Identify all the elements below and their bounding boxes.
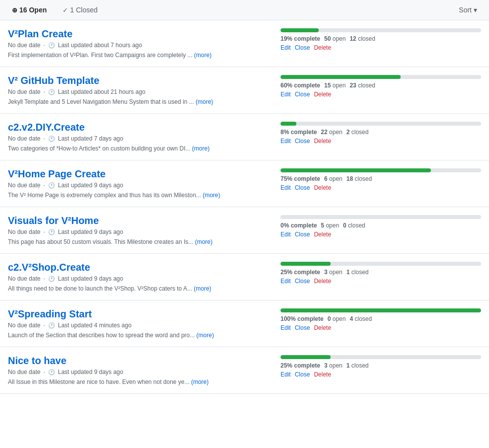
milestone-item: V²Spreading Start No due date · 🕐 Last u… [0,300,489,347]
delete-link[interactable]: Delete [314,184,331,191]
edit-link[interactable]: Edit [280,138,291,145]
delete-link[interactable]: Delete [314,138,331,145]
milestone-title[interactable]: V²Spreading Start [8,308,92,319]
clock-icon: 🕐 [48,89,55,95]
meta-separator: · [43,322,45,329]
sort-button[interactable]: Sort ▾ [455,4,481,16]
more-link[interactable]: (more) [196,98,213,105]
milestone-right-1: 60% complete 15 open 23 closed Edit Clos… [273,75,481,98]
more-link[interactable]: (more) [194,285,211,292]
open-count: 22 [321,129,327,136]
close-link[interactable]: Close [295,184,310,191]
open-count: 0 [328,315,331,322]
edit-link[interactable]: Edit [280,184,291,191]
complete-pct: 0% complete [280,222,317,229]
close-link[interactable]: Close [295,91,310,98]
meta-separator: · [43,275,45,282]
edit-link[interactable]: Edit [280,278,291,285]
milestone-item: V² GitHub Template No due date · 🕐 Last … [0,67,489,114]
open-stat: 3 open [324,269,343,276]
complete-pct: 8% complete [280,129,317,136]
more-link[interactable]: (more) [192,145,210,152]
last-updated: Last updated 9 days ago [58,369,123,375]
complete-pct: 19% complete [280,35,320,42]
milestone-actions: Edit Close Delete [280,184,481,191]
last-updated: Last updated 9 days ago [58,182,123,189]
last-updated: Last updated about 7 hours ago [58,42,142,49]
progress-bar-fill [280,28,319,32]
progress-bar-fill [280,75,401,79]
top-bar: ⊕ 16 Open ✓ 1 Closed Sort ▾ [0,0,489,20]
close-link[interactable]: Close [295,371,310,378]
more-link[interactable]: (more) [191,378,209,385]
milestone-title[interactable]: V² GitHub Template [8,75,99,86]
milestone-title[interactable]: V²Home Page Create [8,168,106,179]
closed-stat: 12 closed [349,35,375,42]
delete-link[interactable]: Delete [314,278,331,285]
last-updated: Last updated 9 days ago [58,228,123,235]
milestone-title[interactable]: c2.V²Shop.Create [8,262,90,273]
complete-pct: 75% complete [280,175,320,182]
milestone-meta: No due date · 🕐 Last updated 9 days ago [8,182,266,189]
edit-link[interactable]: Edit [280,91,291,98]
open-stat: 0 open [328,315,346,322]
milestone-right-3: 75% complete 6 open 18 closed Edit Close… [273,168,481,191]
milestone-meta: No due date · 🕐 Last updated 9 days ago [8,275,266,282]
closed-count: 1 [347,269,350,276]
edit-link[interactable]: Edit [280,371,291,378]
more-link[interactable]: (more) [195,238,212,245]
delete-link[interactable]: Delete [314,231,331,238]
open-stat: 5 open [321,222,339,229]
more-link[interactable]: (more) [197,332,214,339]
no-due-date: No due date [8,135,40,142]
edit-link[interactable]: Edit [280,324,291,331]
milestone-title[interactable]: c2.v2.DIY.Create [8,122,85,133]
meta-separator: · [43,228,45,235]
progress-bar-container [280,215,481,219]
milestone-left-4: Visuals for V²Home No due date · 🕐 Last … [8,215,266,245]
delete-link[interactable]: Delete [314,324,331,331]
last-updated: Last updated about 21 hours ago [58,88,145,95]
close-link[interactable]: Close [295,278,310,285]
closed-stat: 1 closed [347,362,369,369]
milestone-description: Launch of the Section that describes how… [8,332,266,339]
open-filter[interactable]: ⊕ 16 Open [8,4,51,16]
clock-icon: 🕐 [48,42,55,49]
more-link[interactable]: (more) [203,192,220,199]
close-link[interactable]: Close [295,44,310,51]
progress-bar-container [280,122,481,126]
no-due-date: No due date [8,275,40,282]
edit-link[interactable]: Edit [280,44,291,51]
delete-link[interactable]: Delete [314,371,331,378]
milestone-description: Two categories of *How-to Articles* on c… [8,145,266,152]
close-link[interactable]: Close [295,231,310,238]
close-link[interactable]: Close [295,324,310,331]
milestone-left-2: c2.v2.DIY.Create No due date · 🕐 Last up… [8,122,266,152]
complete-pct: 60% complete [280,82,320,89]
milestone-left-5: c2.V²Shop.Create No due date · 🕐 Last up… [8,262,266,292]
delete-link[interactable]: Delete [314,44,331,51]
milestone-meta: No due date · 🕐 Last updated 9 days ago [8,369,266,375]
closed-stat: 4 closed [349,315,372,322]
closed-filter[interactable]: ✓ 1 Closed [59,4,101,16]
closed-count: 18 [347,175,353,182]
progress-bar-fill [280,308,481,312]
milestone-description: The V² Home Page is extremely complex an… [8,192,266,199]
progress-stats: 25% complete 3 open 1 closed [280,362,481,369]
edit-link[interactable]: Edit [280,231,291,238]
open-count: 3 [324,269,328,276]
delete-link[interactable]: Delete [314,91,331,98]
milestone-title[interactable]: Visuals for V²Home [8,215,99,226]
open-count: 50 [324,35,331,42]
milestone-title[interactable]: V²Plan Create [8,28,72,39]
more-link[interactable]: (more) [194,52,211,59]
milestone-meta: No due date · 🕐 Last updated 4 minutes a… [8,322,266,329]
progress-bar-container [280,308,481,312]
milestone-description: All Issue in this Milestone are nice to … [8,378,266,385]
milestone-title[interactable]: Nice to have [8,355,67,366]
closed-icon: ✓ [63,6,68,14]
close-link[interactable]: Close [295,138,310,145]
clock-icon: 🕐 [48,229,55,235]
milestone-item: V²Home Page Create No due date · 🕐 Last … [0,160,489,207]
open-stat: 22 open [321,129,342,136]
